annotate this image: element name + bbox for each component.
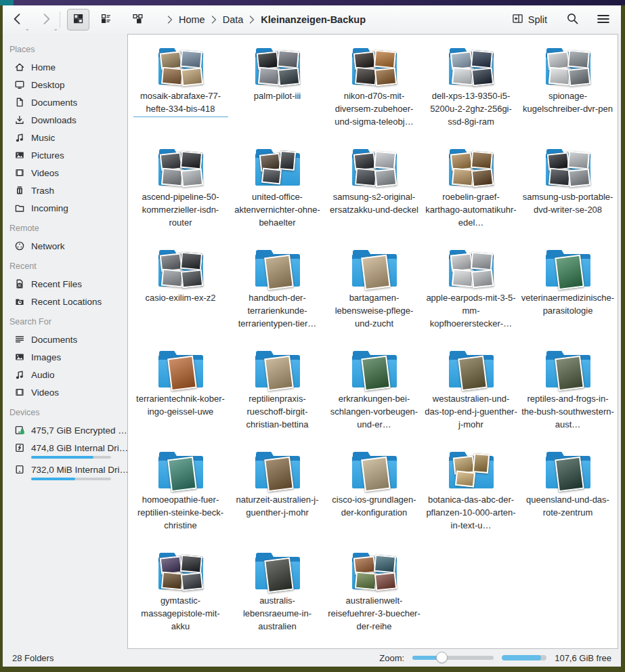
dolphin-window: ⌄ ⌄ xyxy=(0,0,625,672)
sidebar-item-downloads[interactable]: Downloads xyxy=(3,111,127,129)
folder-icon xyxy=(255,452,300,488)
folder-item[interactable]: westaustralien-und-das-top-end-j-guenthe… xyxy=(423,345,519,446)
sidebar-section-title: Devices xyxy=(9,408,127,417)
folder-item[interactable]: apple-earpods-mit-3-5-mm-kopfhoerersteck… xyxy=(423,245,519,345)
split-button[interactable]: Split xyxy=(508,12,551,27)
folder-label: terrarientechnik-kober-ingo-geissel-uwe xyxy=(134,392,228,418)
folder-item[interactable]: united-office-aktenvernichter-ohne-behae… xyxy=(229,144,326,245)
folder-item[interactable]: reptiles-and-frogs-in-the-bush-southwest… xyxy=(519,345,616,446)
folder-item[interactable]: ascend-pipeline-50-kommerzieller-isdn-ro… xyxy=(132,144,229,245)
thumbnail-photo xyxy=(568,168,590,187)
sidebar-item-videos[interactable]: Videos xyxy=(3,164,127,182)
folder-item[interactable]: botanica-das-abc-der-pflanzen-10-000-art… xyxy=(423,446,519,547)
folder-item[interactable]: spionage-kugelschreiber-dvr-pen xyxy=(519,43,616,144)
sidebar-item-recent-locations[interactable]: Recent Locations xyxy=(3,293,127,310)
folder-label: samsung-s2-original-ersatzakku-und-decke… xyxy=(328,190,421,216)
thumbnail-photo xyxy=(361,356,391,391)
folder-icon xyxy=(449,149,494,186)
folder-icon xyxy=(352,351,397,387)
folder-item[interactable]: bartagamen-lebensweise-pflege-und-zucht xyxy=(326,245,423,345)
sidebar-item-network[interactable]: Network xyxy=(3,237,127,255)
folder-item[interactable]: homoeopathie-fuer-reptilien-steinke-beck… xyxy=(132,446,229,547)
sidebar-item-images[interactable]: Images xyxy=(3,348,127,366)
thumbnail-photo xyxy=(264,255,294,290)
sidebar-item-pictures[interactable]: Pictures xyxy=(3,146,127,164)
breadcrumb-chevron-icon xyxy=(211,16,217,24)
details-view-button[interactable] xyxy=(95,9,117,30)
folder-item[interactable]: gymtastic-massagepistole-mit-akku xyxy=(132,547,229,648)
folder-item[interactable]: casio-exilim-ex-z2 xyxy=(132,245,229,345)
sidebar-section-title: Recent xyxy=(9,261,127,271)
folder-view[interactable]: mosaik-abrafaxe-77-hefte-334-bis-418palm… xyxy=(127,34,618,649)
sidebar-item-475-7-gib-encrypted[interactable]: 475,7 GiB Encrypted … xyxy=(3,421,127,439)
folder-icon xyxy=(449,48,494,85)
sidebar-item-trash[interactable]: Trash xyxy=(3,182,127,199)
folder-item[interactable]: handbuch-der-terrarienkunde-terrarientyp… xyxy=(229,245,326,345)
sidebar-item-label: 732,0 MiB Internal Dri… xyxy=(31,465,127,475)
sidebar-item-videos[interactable]: Videos xyxy=(3,383,127,401)
breadcrumb-item[interactable]: Home xyxy=(179,14,205,25)
sidebar-item-home[interactable]: Home xyxy=(3,58,127,76)
menu-button[interactable] xyxy=(594,12,613,28)
folder-item[interactable]: nikon-d70s-mit-diversem-zubehoer-und-sig… xyxy=(326,43,423,144)
back-history-caret[interactable]: ⌄ xyxy=(24,26,30,32)
folder-item[interactable]: erkrankungen-bei-schlangen-vorbeugen-und… xyxy=(326,345,423,446)
search-button[interactable] xyxy=(563,11,582,28)
sidebar-item-documents[interactable]: Documents xyxy=(3,331,127,348)
folder-item[interactable]: roebelin-graef-karthago-automatikuhr-ede… xyxy=(423,144,519,245)
folder-item[interactable]: naturzeit-australien-j-guenther-j-mohr xyxy=(229,446,326,547)
thumbnail-photo xyxy=(471,269,494,288)
folder-item[interactable]: australis-lebensraeume-in-australien xyxy=(229,547,326,648)
folder-item[interactable]: palm-pilot-iii xyxy=(229,43,326,144)
sidebar-item-desktop[interactable]: Desktop xyxy=(3,76,127,93)
thumbnail-photo xyxy=(279,150,296,171)
sidebar-item-incoming[interactable]: Incoming xyxy=(3,199,127,217)
folder-item[interactable]: veterinaermedizinische-parasitologie xyxy=(519,245,616,345)
breadcrumb-item[interactable]: Data xyxy=(223,14,244,25)
sidebar-item-label: Images xyxy=(31,352,61,362)
breadcrumb-item[interactable]: Kleinanzeigen-Backup xyxy=(261,14,366,25)
back-button[interactable]: ⌄ xyxy=(8,11,27,29)
thumbnail-photo xyxy=(568,67,590,86)
folder-item[interactable]: queensland-und-das-rote-zentrum xyxy=(519,446,616,547)
pictures-icon xyxy=(14,150,25,161)
thumbnail-photo xyxy=(471,251,493,270)
sidebar-item-recent-files[interactable]: Recent Files xyxy=(3,275,127,293)
folder-label: reptilienpraxis-rueschoff-birgit-christi… xyxy=(231,392,324,431)
tree-view-button[interactable] xyxy=(127,9,149,30)
folder-item[interactable]: dell-xps-13-9350-i5-5200u-2-2ghz-256gi-s… xyxy=(423,43,519,144)
folder-icon xyxy=(158,452,203,488)
home-icon xyxy=(14,62,25,72)
folder-icon xyxy=(352,48,397,85)
sidebar-item-documents[interactable]: Documents xyxy=(3,93,127,111)
sidebar-item-label: Recent Files xyxy=(31,279,82,289)
sidebar-item-474-8-gib-internal-dri[interactable]: 474,8 GiB Internal Dri… xyxy=(3,439,127,457)
icons-view-button[interactable] xyxy=(67,9,89,30)
zoom-slider-handle[interactable] xyxy=(436,652,448,663)
recent-file-icon xyxy=(14,278,25,289)
sidebar-item-732-0-mib-internal-dri[interactable]: 732,0 MiB Internal Dri… xyxy=(3,461,127,478)
folder-item[interactable]: samsung-usb-portable-dvd-writer-se-208 xyxy=(519,144,616,245)
thumbnail-photo xyxy=(277,49,299,68)
folder-item[interactable]: samsung-s2-original-ersatzakku-und-decke… xyxy=(326,144,423,245)
folder-icon xyxy=(255,553,300,589)
folder-item[interactable]: mosaik-abrafaxe-77-hefte-334-bis-418 xyxy=(132,43,229,144)
breadcrumb-chevron-icon xyxy=(167,16,173,24)
folder-item[interactable]: cisco-ios-grundlagen-der-konfiguration xyxy=(326,446,423,547)
folder-item[interactable]: terrarientechnik-kober-ingo-geissel-uwe xyxy=(132,345,229,446)
sidebar-item-music[interactable]: Music xyxy=(3,129,127,146)
folder-item[interactable]: reptilienpraxis-rueschoff-birgit-christi… xyxy=(229,345,326,446)
forward-button[interactable]: ⌄ xyxy=(37,11,56,29)
sidebar-item-audio[interactable]: Audio xyxy=(3,366,127,383)
thumbnail-photo xyxy=(181,168,203,187)
film-icon xyxy=(14,167,25,178)
breadcrumb-chevron-icon xyxy=(249,16,255,24)
thumbnail-photo xyxy=(264,457,294,492)
folder-label: ascend-pipeline-50-kommerzieller-isdn-ro… xyxy=(134,190,228,229)
thumbnail-photo xyxy=(374,49,396,68)
sidebar-section-title: Remote xyxy=(9,224,127,233)
folder-item[interactable]: australienwelt-reisefuehrer-3-buecher-de… xyxy=(326,547,423,648)
zoom-slider[interactable] xyxy=(412,652,494,664)
forward-history-caret[interactable]: ⌄ xyxy=(53,26,58,32)
sidebar-item-label: Audio xyxy=(31,370,55,380)
